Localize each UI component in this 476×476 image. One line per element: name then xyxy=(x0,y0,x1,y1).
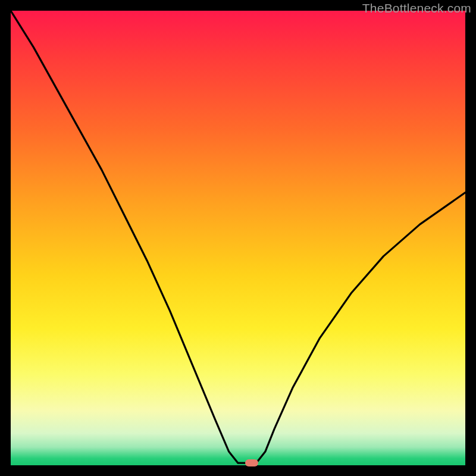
optimal-marker xyxy=(245,459,258,466)
plot-area xyxy=(11,11,465,465)
watermark-text: TheBottleneck.com xyxy=(362,1,471,15)
chart-frame: TheBottleneck.com xyxy=(0,0,476,476)
bottleneck-curve xyxy=(11,11,465,465)
